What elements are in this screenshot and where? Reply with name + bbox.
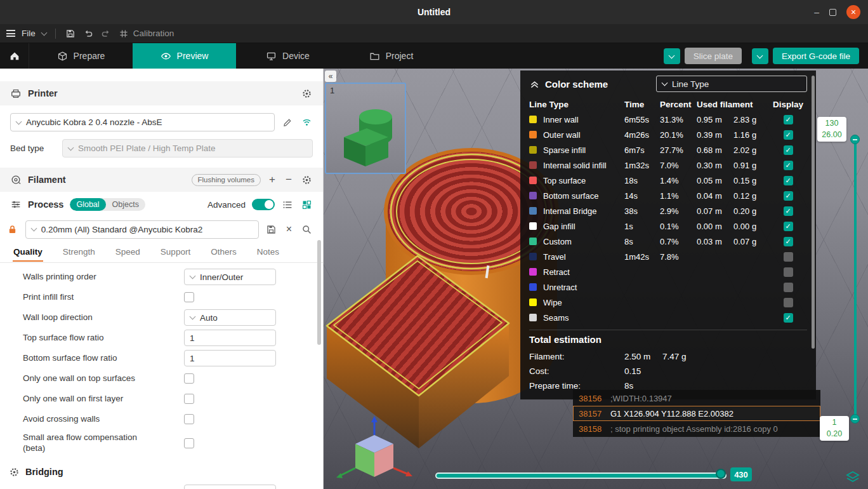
line-type-name: Retract [543,267,624,277]
display-checkbox[interactable] [784,176,793,185]
export-gcode-button[interactable]: Export G-code file [773,48,859,64]
percent-value: 1.1% [660,191,697,201]
total-estimation-title: Total estimation [529,334,807,345]
display-checkbox[interactable] [784,115,793,124]
display-checkbox[interactable] [784,283,793,292]
walls-printing-order-select[interactable]: Inner/Outer [184,269,276,285]
display-checkbox[interactable] [784,298,793,307]
tab-strength[interactable]: Strength [62,243,96,261]
avoid-crossing-walls-checkbox[interactable] [184,414,194,424]
scope-objects-button[interactable]: Objects [106,198,145,211]
move-slider-track[interactable] [435,472,727,479]
tab-notes[interactable]: Notes [256,243,280,261]
process-icon [10,199,22,210]
redo-icon[interactable] [100,28,112,39]
only-one-wall-first-layer-checkbox[interactable] [184,394,194,404]
tab-project[interactable]: Project [339,43,443,69]
edit-printer-icon[interactable] [281,116,294,129]
add-filament-button[interactable]: + [267,173,277,186]
home-button[interactable] [0,43,29,69]
line-color-swatch [529,161,537,169]
table-row: Internal solid infill1m32s7.0%0.30 m0.91… [529,157,807,173]
display-checkbox[interactable] [784,252,793,262]
tab-label: Preview [177,51,209,61]
collapse-panel-button[interactable]: « [325,70,336,82]
tab-prepare[interactable]: Prepare [29,43,133,69]
gcode-line[interactable]: 38158 ; stop printing object Assembly id… [573,421,820,436]
scope-global-button[interactable]: Global [70,198,105,211]
tab-device[interactable]: Device [236,43,339,69]
move-slider-handle[interactable] [716,469,726,479]
sidebar-scrollbar[interactable] [317,240,321,345]
top-surface-flow-ratio-input[interactable] [184,330,276,346]
menu-icon[interactable] [6,29,15,39]
maximize-button[interactable] [829,9,836,16]
wall-loop-direction-select[interactable]: Auto [184,309,276,326]
chevron-down-icon[interactable] [41,29,47,36]
process-preset-select[interactable]: 0.20mm (All) Standard @Anycubic Kobra2 [25,220,259,239]
tab-speed[interactable]: Speed [115,243,141,261]
tab-quality[interactable]: Quality [13,243,43,261]
calibration-menu[interactable]: Calibration [118,28,174,39]
slice-dropdown-button[interactable] [664,48,680,64]
gcode-line[interactable]: 38156 ;WIDTH:0.13947 [573,391,820,406]
wifi-icon[interactable] [300,116,313,129]
clear-preset-icon[interactable]: × [284,224,294,235]
param-list-icon[interactable] [281,198,294,211]
tab-preview[interactable]: Preview [133,43,236,69]
param-grid-icon[interactable] [300,198,313,211]
file-menu[interactable]: File [22,29,36,38]
undo-icon[interactable] [82,28,94,39]
lock-icon[interactable] [6,223,19,236]
save-icon[interactable] [65,28,76,39]
printer-preset-select[interactable]: Anycubic Kobra 2 0.4 nozzle - AbsE [10,113,275,131]
search-icon[interactable] [300,223,313,236]
display-checkbox[interactable] [784,313,793,323]
remove-filament-button[interactable]: − [284,173,294,186]
display-checkbox[interactable] [784,237,793,246]
plate-thumbnail[interactable]: 1 [325,83,406,174]
panel-scrollbar[interactable] [812,76,815,349]
preview-3d-viewport[interactable]: « 1 [324,69,868,489]
save-preset-icon[interactable] [265,223,278,236]
display-checkbox[interactable] [784,161,793,170]
print-infill-first-checkbox[interactable] [184,292,194,302]
tab-others[interactable]: Others [210,243,237,261]
view-mode-value: Line Type [672,79,709,89]
display-checkbox[interactable] [784,145,793,155]
display-checkbox[interactable] [784,130,793,140]
bed-type-select[interactable]: Smooth PEI Plate / High Temp Plate [62,139,313,157]
chevron-down-icon [662,80,668,86]
display-checkbox[interactable] [784,222,793,231]
gcode-line-current[interactable]: 38157 G1 X126.904 Y112.888 E2.00382 [573,406,820,421]
filament-section-header: Filament Flushing volumes + − [0,168,323,192]
flushing-volumes-button[interactable]: Flushing volumes [192,174,261,186]
display-checkbox[interactable] [784,206,793,216]
bottom-surface-flow-ratio-input[interactable] [184,350,276,366]
layer-slider-bottom-handle[interactable] [850,414,860,424]
only-one-wall-top-checkbox[interactable] [184,373,194,384]
small-area-flow-checkbox[interactable] [184,438,194,448]
advanced-toggle[interactable] [252,199,275,210]
slice-plate-button[interactable]: Slice plate [685,48,742,64]
view-mode-select[interactable]: Line Type [656,76,807,92]
layer-slider-track[interactable] [854,140,857,419]
bridge-flow-ratio-input[interactable] [184,485,276,489]
setting-label: Top surface flow ratio [23,333,178,344]
display-checkbox[interactable] [784,191,793,201]
tab-support[interactable]: Support [160,243,191,261]
collapse-up-icon[interactable] [529,79,540,90]
close-button[interactable]: × [846,5,860,19]
line-color-swatch [529,238,537,245]
window-controls: – × [814,0,860,24]
orientation-axes-gizmo[interactable] [330,415,419,489]
meters-value: 0.04 m [697,191,733,201]
printer-settings-gear-icon[interactable] [300,87,313,100]
display-checkbox[interactable] [784,267,793,277]
minimize-button[interactable]: – [814,7,819,17]
layers-icon[interactable] [845,470,860,485]
filament-settings-gear-icon[interactable] [300,173,313,186]
main-tab-bar: Prepare Preview Device Project Slice pla… [0,43,868,69]
export-dropdown-button[interactable] [752,48,768,64]
layer-slider-top-handle[interactable] [850,135,860,144]
